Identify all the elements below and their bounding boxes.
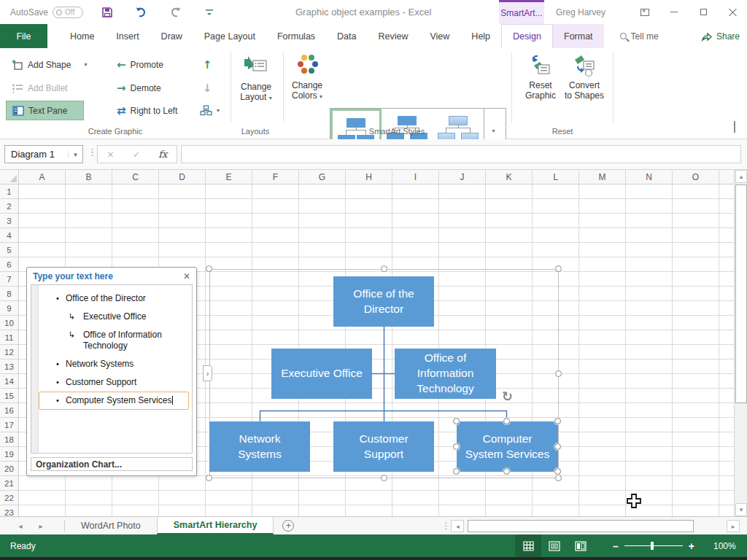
org-chart-node[interactable]: Executive Office xyxy=(271,349,372,399)
shape-handle[interactable] xyxy=(453,418,460,424)
page-layout-view-button[interactable] xyxy=(541,534,568,557)
org-chart-node[interactable]: Office of Information Technology xyxy=(395,349,496,399)
move-down-button[interactable]: ↓ xyxy=(197,78,217,98)
text-pane-toggle[interactable]: › xyxy=(203,365,212,381)
column-header[interactable]: E xyxy=(206,170,252,184)
cancel-icon[interactable]: × xyxy=(107,149,115,160)
tab-view[interactable]: View xyxy=(419,24,460,48)
text-pane-item[interactable]: ↳Office of Information Technology xyxy=(39,326,192,355)
tab-home[interactable]: Home xyxy=(59,24,105,48)
chevron-down-icon[interactable]: ▾ xyxy=(68,151,82,158)
column-header[interactable]: M xyxy=(579,170,626,184)
new-sheet-button[interactable]: + xyxy=(274,517,303,534)
column-header[interactable]: L xyxy=(533,170,579,184)
org-chart-node[interactable]: Office of the Director xyxy=(333,276,434,327)
column-header[interactable]: B xyxy=(66,170,112,184)
zoom-out-button[interactable]: – xyxy=(613,540,619,552)
tab-file[interactable]: File xyxy=(0,24,47,48)
text-pane-button[interactable]: Text Pane xyxy=(6,101,84,120)
zoom-slider[interactable] xyxy=(624,545,683,546)
tab-review[interactable]: Review xyxy=(367,24,419,48)
zoom-percentage[interactable]: 100% xyxy=(713,534,736,557)
name-box[interactable]: Diagram 1 ▾ xyxy=(4,145,83,163)
row-header[interactable]: 11 xyxy=(0,330,18,345)
sheet-tab-wordart-photo[interactable]: WordArt Photo xyxy=(65,517,157,534)
shape-handle[interactable] xyxy=(503,468,510,475)
row-header[interactable]: 13 xyxy=(0,359,18,374)
shape-handle[interactable] xyxy=(453,443,460,450)
sheet-tab-smartart-hierarchy[interactable]: SmartArt Hierarchy xyxy=(157,517,274,534)
row-header[interactable]: 7 xyxy=(0,272,18,287)
minimize-button[interactable] xyxy=(659,0,689,24)
demote-button[interactable]: → Demote xyxy=(111,78,191,98)
row-header[interactable]: 4 xyxy=(0,228,18,243)
column-header[interactable]: C xyxy=(112,170,159,184)
formula-input[interactable] xyxy=(181,145,741,163)
normal-view-button[interactable] xyxy=(515,534,541,557)
scroll-up-button[interactable]: ▴ xyxy=(735,170,747,183)
tab-formulas[interactable]: Formulas xyxy=(266,24,326,48)
row-header[interactable]: 5 xyxy=(0,243,18,257)
tab-draw[interactable]: Draw xyxy=(150,24,193,48)
autosave-toggle[interactable]: Off xyxy=(53,7,83,18)
frame-handle[interactable] xyxy=(555,475,562,481)
scrollbar-handle[interactable]: ⋮ xyxy=(441,517,450,534)
vertical-scroll-thumb[interactable] xyxy=(735,184,747,403)
shape-handle[interactable] xyxy=(503,418,510,424)
move-up-button[interactable]: ↑ xyxy=(197,55,217,74)
row-header[interactable]: 22 xyxy=(0,491,18,505)
share-button[interactable]: Share xyxy=(701,24,740,48)
org-chart-node[interactable]: Customer Support xyxy=(333,421,434,472)
row-header[interactable]: 15 xyxy=(0,389,18,403)
autosave-control[interactable]: AutoSave Off xyxy=(10,0,83,24)
shape-handle[interactable] xyxy=(453,468,460,475)
tell-me-box[interactable]: Tell me xyxy=(610,24,669,48)
row-header[interactable]: 2 xyxy=(0,199,18,214)
column-header[interactable]: K xyxy=(486,170,533,184)
row-header[interactable]: 3 xyxy=(0,214,18,228)
row-header[interactable]: 8 xyxy=(0,287,18,301)
column-header[interactable]: H xyxy=(346,170,392,184)
add-bullet-button[interactable]: Add Bullet xyxy=(6,78,93,98)
frame-handle[interactable] xyxy=(206,265,212,272)
change-layout-button[interactable]: Change Layout ▾ xyxy=(235,52,277,120)
sheet-nav-right[interactable]: ▸ xyxy=(31,517,51,534)
organization-chart-layout-button[interactable]: ▾ xyxy=(194,101,220,120)
column-header[interactable]: G xyxy=(299,170,346,184)
save-button[interactable] xyxy=(96,0,118,24)
scroll-right-button[interactable]: ▸ xyxy=(727,520,740,532)
row-header[interactable]: 19 xyxy=(0,447,18,462)
tab-page-layout[interactable]: Page Layout xyxy=(193,24,266,48)
enter-icon[interactable]: ✓ xyxy=(133,149,140,160)
row-header[interactable]: 6 xyxy=(0,257,18,272)
shape-handle[interactable] xyxy=(554,468,561,475)
org-chart-node[interactable]: Computer System Services xyxy=(457,421,558,472)
tab-insert[interactable]: Insert xyxy=(105,24,150,48)
column-header[interactable]: J xyxy=(439,170,486,184)
user-name[interactable]: Greg Harvey xyxy=(556,0,605,24)
row-header[interactable]: 17 xyxy=(0,418,18,432)
row-header[interactable]: 9 xyxy=(0,301,18,316)
frame-handle[interactable] xyxy=(381,475,387,481)
row-header[interactable]: 21 xyxy=(0,476,18,491)
column-header[interactable]: N xyxy=(626,170,673,184)
horizontal-scroll-thumb[interactable] xyxy=(468,520,694,532)
row-header[interactable]: 1 xyxy=(0,184,18,199)
text-pane-item[interactable]: •Office of the Director xyxy=(39,289,192,308)
text-pane-item[interactable]: •Network Systems xyxy=(39,355,192,373)
page-break-preview-button[interactable] xyxy=(568,534,594,557)
undo-button[interactable] xyxy=(130,0,152,24)
row-header[interactable]: 14 xyxy=(0,374,18,389)
rotate-handle-icon[interactable]: ↻ xyxy=(502,389,513,404)
ribbon-display-options-button[interactable] xyxy=(630,0,659,24)
text-pane-item[interactable]: •Customer Support xyxy=(39,373,192,392)
right-to-left-button[interactable]: ⇄ Right to Left xyxy=(111,101,198,120)
zoom-slider-handle[interactable] xyxy=(651,542,654,550)
formula-bar-handle[interactable]: ⋮ xyxy=(88,147,97,158)
column-header[interactable]: I xyxy=(392,170,439,184)
insert-function-icon[interactable]: fx xyxy=(158,149,167,160)
shape-handle[interactable] xyxy=(554,443,561,450)
frame-handle[interactable] xyxy=(555,370,562,377)
promote-button[interactable]: ← Promote xyxy=(111,55,191,74)
row-header[interactable]: 20 xyxy=(0,462,18,476)
